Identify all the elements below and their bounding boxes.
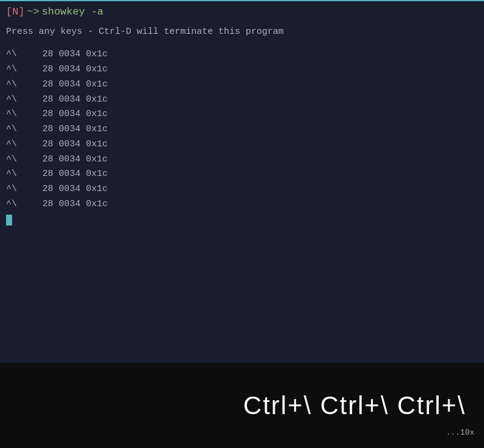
key-symbol: ^\: [6, 197, 42, 212]
key-symbol: ^\: [6, 137, 42, 152]
key-output-row: ^\ 28 0034 0x1c: [6, 152, 478, 167]
key-output-row: ^\ 28 0034 0x1c: [6, 77, 478, 93]
key-values: 28 0034 0x1c: [42, 47, 108, 62]
key-output-row: ^\ 28 0034 0x1c: [6, 182, 478, 197]
cursor-block: [6, 215, 12, 226]
info-line: Press any keys - Ctrl-D will terminate t…: [6, 25, 478, 39]
key-values: 28 0034 0x1c: [42, 182, 108, 197]
terminal-area: [N] ~> showkey -a Press any keys - Ctrl-…: [0, 0, 484, 363]
key-values: 28 0034 0x1c: [42, 107, 108, 122]
key-symbol: ^\: [6, 62, 42, 77]
keypress-overlay: Ctrl+\ Ctrl+\ Ctrl+\ ...10x: [0, 363, 484, 448]
key-symbol: ^\: [6, 167, 42, 182]
key-symbol: ^\: [6, 122, 42, 137]
keypress-text: Ctrl+\ Ctrl+\ Ctrl+\: [243, 391, 466, 420]
top-border: [0, 0, 484, 1]
key-values: 28 0034 0x1c: [42, 122, 108, 137]
key-values: 28 0034 0x1c: [42, 197, 108, 212]
prompt-arrow: ~>: [27, 5, 39, 19]
key-values: 28 0034 0x1c: [42, 167, 108, 182]
key-values: 28 0034 0x1c: [42, 62, 108, 77]
key-symbol: ^\: [6, 47, 42, 62]
key-symbol: ^\: [6, 152, 42, 167]
key-output-row: ^\ 28 0034 0x1c: [6, 107, 478, 122]
key-values: 28 0034 0x1c: [42, 152, 108, 167]
key-symbol: ^\: [6, 107, 42, 122]
key-symbol: ^\: [6, 182, 42, 197]
key-output-row: ^\ 28 0034 0x1c: [6, 93, 478, 108]
cursor-line: [6, 215, 478, 226]
prompt-bracket: [N]: [6, 5, 25, 19]
key-symbol: ^\: [6, 77, 42, 93]
repeat-count: ...10x: [446, 428, 474, 437]
key-values: 28 0034 0x1c: [42, 77, 108, 93]
key-output-list: ^\ 28 0034 0x1c^\ 28 0034 0x1c^\ 28 0034…: [6, 47, 478, 212]
key-output-row: ^\ 28 0034 0x1c: [6, 47, 478, 62]
command-line: [N] ~> showkey -a: [6, 5, 478, 19]
key-symbol: ^\: [6, 93, 42, 108]
key-output-row: ^\ 28 0034 0x1c: [6, 167, 478, 182]
key-output-row: ^\ 28 0034 0x1c: [6, 62, 478, 77]
key-values: 28 0034 0x1c: [42, 137, 108, 152]
key-output-row: ^\ 28 0034 0x1c: [6, 137, 478, 152]
key-values: 28 0034 0x1c: [42, 93, 108, 108]
key-output-row: ^\ 28 0034 0x1c: [6, 122, 478, 137]
prompt-command: showkey -a: [42, 5, 103, 19]
key-output-row: ^\ 28 0034 0x1c: [6, 197, 478, 212]
